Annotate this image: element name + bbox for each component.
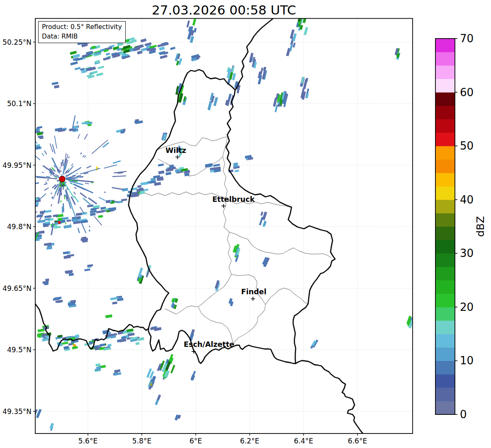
y-tick-label: 49.65°N <box>2 284 32 293</box>
colorbar-tick-label: 50 <box>460 140 474 152</box>
colorbar-segment <box>435 92 455 106</box>
colorbar-segment <box>435 213 455 227</box>
city-label-esch-alzette: Esch/Alzette <box>184 340 234 349</box>
colorbar-axis-label: dBZ <box>474 216 486 237</box>
colorbar-tick-label: 10 <box>460 354 474 367</box>
city-label-ettelbruck: Ettelbruck <box>212 195 255 203</box>
colorbar-segment <box>435 347 455 361</box>
axes: 5.6°E5.8°E6°E6.2°E6.4°E6.6°E50.25°N50.1°… <box>2 19 413 446</box>
colorbar-segment <box>435 186 455 200</box>
colorbar-segment <box>435 334 455 348</box>
colorbar-segment <box>435 200 455 213</box>
y-tick-label: 49.35°N <box>2 407 32 416</box>
colorbar-segment <box>435 387 455 401</box>
colorbar-segment <box>435 307 455 321</box>
city-marker <box>251 297 255 301</box>
x-tick-label: 6.6°E <box>348 437 367 445</box>
country-borders <box>35 19 363 433</box>
colorbar-segment <box>435 293 455 307</box>
product-info-box: Product: 0.5° Reflectivity Data: RMIB <box>38 21 126 43</box>
x-tick-label: 5.6°E <box>78 437 97 445</box>
y-tick-label: 49.95°N <box>2 161 32 170</box>
colorbar-segment <box>435 280 455 294</box>
colorbar-tick-label: 20 <box>460 301 474 313</box>
colorbar-tick-label: 40 <box>460 194 474 206</box>
colorbar-tick-label: 70 <box>460 32 474 45</box>
x-tick-label: 6.2°E <box>240 437 259 445</box>
colorbar-segment <box>435 52 455 65</box>
colorbar-segment <box>435 361 455 374</box>
colorbar-segment <box>435 253 455 267</box>
colorbar: 010203040506070dBZ <box>435 32 486 421</box>
colorbar-segment <box>435 160 455 173</box>
colorbar-segment <box>435 106 455 119</box>
radar-site-marker <box>59 176 65 182</box>
radar-map-canvas: WiltzEttelbruckFindelEsch/Alzette5.6°E5.… <box>0 0 491 448</box>
colorbar-segment <box>435 79 455 92</box>
product-line: Product: 0.5° Reflectivity <box>42 22 122 32</box>
x-tick-label: 6°E <box>190 437 202 445</box>
y-tick-label: 49.8°N <box>7 223 32 231</box>
colorbar-tick-label: 60 <box>460 86 474 99</box>
colorbar-segment <box>435 240 455 254</box>
colorbar-segment <box>435 173 455 186</box>
colorbar-segment <box>435 227 455 240</box>
colorbar-segment <box>435 320 455 334</box>
colorbar-segment <box>435 267 455 281</box>
colorbar-segment <box>435 119 455 133</box>
colorbar-segment <box>435 146 455 160</box>
y-tick-label: 49.5°N <box>7 346 32 354</box>
colorbar-segment <box>435 133 455 146</box>
city-label-wiltz: Wiltz <box>165 146 186 155</box>
colorbar-segment <box>435 374 455 388</box>
grid-lines <box>35 19 413 434</box>
district-borders <box>131 137 331 345</box>
colorbar-segment <box>435 65 455 79</box>
y-tick-label: 50.1°N <box>7 99 32 108</box>
colorbar-tick-label: 30 <box>460 247 474 259</box>
city-label-findel: Findel <box>241 288 267 296</box>
radar-figure: 27.03.2026 00:58 UTC Product: 0.5° Refle… <box>0 0 491 448</box>
x-tick-label: 5.8°E <box>132 437 151 445</box>
colorbar-segment <box>435 401 455 415</box>
colorbar-tick-label: 0 <box>460 408 467 421</box>
y-tick-label: 50.25°N <box>2 38 32 46</box>
x-tick-label: 6.4°E <box>294 437 313 445</box>
colorbar-segment <box>435 39 455 52</box>
data-source-line: Data: RMIB <box>42 32 122 41</box>
